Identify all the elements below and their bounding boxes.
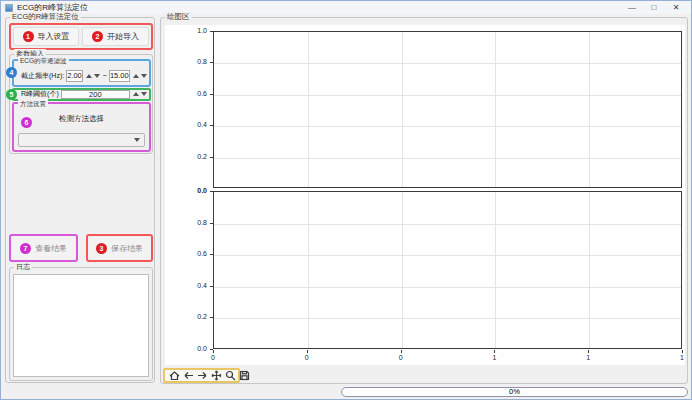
plot-panel-group: 绘图区 1.00.80.60.40.20.00.80.60.40.20.0000…	[160, 17, 688, 384]
y-tick-label: 0.4	[167, 282, 207, 290]
start-import-button[interactable]: 2 开始导入	[82, 27, 149, 46]
gridline-horizontal	[214, 126, 681, 127]
save-results-outline: 3 保存结果	[86, 234, 153, 262]
toolbar-zoom-button[interactable]	[225, 370, 236, 382]
spin-down-icon[interactable]	[141, 74, 147, 78]
method-combobox[interactable]	[18, 133, 145, 147]
spin-down-icon[interactable]	[141, 92, 147, 96]
step-5-badge: 5	[6, 89, 17, 100]
x-tick-mark	[682, 350, 683, 353]
gridline-vertical	[402, 32, 403, 187]
gridline-vertical	[589, 32, 590, 187]
low-cutoff-spin-arrows[interactable]	[85, 74, 101, 78]
import-settings-button[interactable]: 1 导入设置	[13, 27, 79, 46]
plot-toolbar	[163, 368, 240, 383]
home-icon	[169, 370, 180, 381]
app-icon	[5, 4, 13, 12]
x-tick-mark	[494, 350, 495, 353]
y-tick-label: 0.2	[167, 313, 207, 321]
gridline-horizontal	[214, 95, 681, 96]
chevron-down-icon	[134, 138, 140, 142]
method-settings-outline: 方法设置 6 检测方法选择	[12, 102, 151, 152]
step-2-badge: 2	[92, 31, 103, 42]
gridline-horizontal	[214, 255, 681, 256]
y-tick-mark	[210, 286, 213, 287]
cutoff-frequency-label: 截止频率(Hz):	[21, 71, 64, 81]
spin-up-icon[interactable]	[133, 92, 139, 96]
gridline-vertical	[495, 32, 496, 187]
y-tick-mark	[210, 62, 213, 63]
gridline-vertical	[495, 192, 496, 348]
method-group-title: 方法设置	[18, 99, 48, 109]
toolbar-forward-button[interactable]	[197, 370, 208, 382]
step-7-badge: 7	[20, 243, 31, 254]
close-button[interactable]: ✕	[665, 2, 687, 14]
maximize-button[interactable]: □	[643, 2, 665, 14]
x-tick-label: 0	[396, 354, 406, 362]
y-tick-label: 0.0	[167, 345, 207, 353]
spin-up-icon[interactable]	[133, 74, 139, 78]
step-3-badge: 3	[96, 243, 107, 254]
y-tick-mark	[210, 191, 213, 192]
x-tick-mark	[213, 350, 214, 353]
save-results-button[interactable]: 3 保存结果	[89, 237, 150, 259]
x-tick-label: 0	[208, 354, 218, 362]
gridline-vertical	[589, 192, 590, 348]
y-tick-label: 0.2	[167, 153, 207, 161]
start-import-label: 开始导入	[107, 31, 139, 42]
view-results-button[interactable]: 7 查看结果	[12, 237, 75, 259]
y-tick-mark	[210, 125, 213, 126]
y-tick-mark	[210, 94, 213, 95]
toolbar-back-button[interactable]	[183, 370, 194, 382]
progress-percent-label: 0%	[342, 388, 687, 396]
x-tick-mark	[588, 350, 589, 353]
plot-canvas[interactable]: 1.00.80.60.40.20.00.80.60.40.20.0000111	[165, 25, 685, 365]
rpeak-threshold-label: R峰阈值(个)	[21, 89, 59, 99]
y-tick-label: 0.6	[167, 250, 207, 258]
x-tick-label: 1	[677, 354, 687, 362]
y-tick-label: 0.8	[167, 219, 207, 227]
save-results-label: 保存结果	[111, 243, 143, 254]
bandpass-outline: ECG的带通滤波 4 截止频率(Hz): 2.00 ~ 15.00	[12, 59, 151, 87]
x-tick-mark	[401, 350, 402, 353]
gridline-horizontal	[214, 158, 681, 159]
left-panel-group: ECG的R峰算法定位 1 导入设置 2 开始导入 参数输入 ECG的带通滤波 4…	[5, 17, 155, 383]
forward-arrow-icon	[197, 370, 208, 381]
x-tick-mark	[307, 350, 308, 353]
toolbar-pan-button[interactable]	[211, 370, 222, 382]
range-tilde: ~	[103, 72, 107, 79]
minimize-button[interactable]: —	[621, 2, 643, 14]
y-tick-label: 0.4	[167, 121, 207, 129]
gridline-horizontal	[214, 63, 681, 64]
rpeak-spin-arrows[interactable]	[132, 92, 148, 96]
params-group: 参数输入 ECG的带通滤波 4 截止频率(Hz): 2.00 ~ 15.00	[9, 54, 153, 154]
save-floppy-icon	[239, 370, 250, 381]
import-settings-label: 导入设置	[38, 31, 70, 42]
y-tick-label: 0.6	[167, 90, 207, 98]
gridline-horizontal	[214, 287, 681, 288]
spin-down-icon[interactable]	[94, 74, 100, 78]
view-results-label: 查看结果	[35, 243, 67, 254]
step-4-badge: 4	[6, 67, 17, 78]
gridline-horizontal	[214, 318, 681, 319]
high-cutoff-spin-arrows[interactable]	[132, 74, 148, 78]
subplot-bottom-axes	[213, 191, 682, 349]
toolbar-save-button[interactable]	[239, 370, 250, 382]
low-cutoff-spinbox[interactable]: 2.00	[66, 70, 83, 82]
pan-icon	[211, 370, 222, 381]
high-cutoff-spinbox[interactable]: 15.00	[109, 70, 130, 82]
log-textarea[interactable]	[13, 274, 149, 377]
import-section-outline: 1 导入设置 2 开始导入	[9, 23, 153, 50]
zoom-magnifier-icon	[225, 370, 236, 381]
y-tick-label: 1.0	[167, 27, 207, 35]
toolbar-home-button[interactable]	[169, 370, 180, 382]
x-tick-label: 0	[302, 354, 312, 362]
spin-up-icon[interactable]	[86, 74, 92, 78]
progress-bar: 0%	[341, 387, 688, 397]
window-title: ECG的R峰算法定位	[17, 2, 621, 13]
log-group-title: 日志	[14, 262, 32, 272]
x-tick-label: 1	[583, 354, 593, 362]
rpeak-threshold-spinbox[interactable]: 200	[61, 90, 130, 99]
method-select-label: 检测方法选择	[14, 114, 149, 124]
y-tick-mark	[210, 317, 213, 318]
